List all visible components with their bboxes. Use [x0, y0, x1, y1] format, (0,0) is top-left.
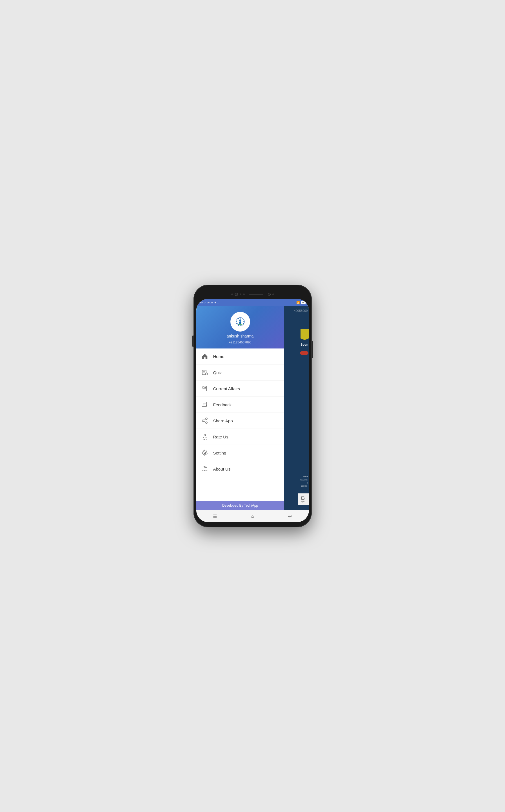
share-icon — [201, 417, 209, 425]
status-bar: 4G G 05:25 ⊕ ... 📶 26 — [196, 299, 309, 306]
nav-items-list: Home ? — [196, 348, 284, 501]
home-icon — [201, 352, 209, 360]
bg-quiz-label: Quiz — [301, 500, 305, 502]
svg-rect-7 — [236, 321, 237, 322]
dot-3 — [243, 294, 245, 295]
svg-text:PERFECT: PERFECT — [239, 325, 242, 325]
main-content: PERFECT ankush sharma +911234567890 — [196, 306, 309, 510]
footer-label: Developed By TechiApp — [222, 503, 258, 507]
svg-rect-1 — [240, 318, 240, 319]
bg-bottom-text: xams SEATS) !! पके द्वार | — [300, 475, 308, 488]
nav-item-share-app[interactable]: Share App — [196, 413, 284, 429]
dot-1 — [231, 294, 233, 295]
dot-4 — [272, 294, 274, 295]
nav-label-about-us: About Us — [213, 467, 231, 471]
svg-line-36 — [204, 421, 206, 422]
nav-label-home: Home — [213, 354, 224, 359]
svg-rect-28 — [202, 402, 206, 407]
svg-rect-22 — [202, 386, 204, 388]
logo-svg: PERFECT — [236, 317, 245, 326]
user-phone: +911234567890 — [229, 341, 251, 344]
battery-badge: 26 — [301, 301, 306, 304]
bg-text-4: पके द्वार | — [300, 485, 308, 488]
nav-label-current-affairs: Current Affairs — [213, 386, 240, 391]
about-icon — [201, 465, 209, 473]
quiz-icon: ? — [201, 368, 209, 376]
time-display: 05:25 — [207, 301, 213, 304]
network-indicator: 4G G — [200, 301, 206, 304]
status-icons: ⊕ ... — [214, 301, 219, 304]
nav-item-about-us[interactable]: About Us — [196, 461, 284, 477]
phone-screen: 4G G 05:25 ⊕ ... 📶 26 — [196, 299, 309, 522]
home-icon: ⌂ — [251, 514, 254, 519]
svg-line-35 — [204, 419, 206, 420]
sidebar-drawer: PERFECT ankush sharma +911234567890 — [196, 306, 284, 510]
phone-top-bar — [196, 290, 309, 299]
bg-red-button — [300, 351, 308, 355]
bg-app-content: 40058009 Soon xams SEATS) !! पके द्वार |… — [284, 306, 309, 510]
svg-point-13 — [239, 320, 241, 322]
front-camera — [234, 293, 238, 296]
bg-text-3: !! — [300, 482, 308, 485]
newspaper-icon — [201, 384, 209, 392]
nav-label-share-app: Share App — [213, 419, 233, 423]
status-left: 4G G 05:25 ⊕ ... — [200, 301, 220, 304]
status-right: 📶 26 — [296, 301, 306, 304]
bg-quiz-button[interactable]: ? Quiz — [298, 493, 309, 505]
nav-item-rate-us[interactable]: ★ ★ ★ Rate Us — [196, 429, 284, 445]
back-button[interactable]: ↩ — [286, 512, 294, 520]
menu-icon: ☰ — [213, 514, 217, 519]
bg-ribbon — [301, 329, 309, 340]
avatar: PERFECT — [230, 312, 250, 332]
rate-icon: ★ ★ ★ — [201, 433, 209, 441]
svg-text:?: ? — [304, 499, 305, 500]
phone-device: 4G G 05:25 ⊕ ... 📶 26 — [193, 285, 312, 527]
user-header: PERFECT ankush sharma +911234567890 — [196, 306, 284, 348]
home-button[interactable]: ⌂ — [248, 512, 256, 520]
svg-point-37 — [204, 434, 206, 436]
bg-number: 40058009 — [294, 309, 308, 312]
selfie-camera — [268, 293, 271, 296]
settings-icon — [201, 449, 209, 457]
back-icon: ↩ — [288, 514, 292, 519]
bottom-nav: ☰ ⌂ ↩ — [196, 510, 309, 522]
svg-text:★ ★ ★: ★ ★ ★ — [202, 438, 207, 440]
wifi-icon: 📶 — [296, 301, 300, 304]
svg-text:?: ? — [206, 373, 206, 375]
svg-rect-6 — [243, 321, 244, 322]
menu-button[interactable]: ☰ — [211, 512, 219, 520]
nav-label-quiz: Quiz — [213, 370, 222, 375]
camera-area — [231, 293, 274, 296]
bg-text-1: xams — [300, 475, 308, 478]
user-name: ankush sharma — [227, 334, 254, 338]
sidebar-footer: Developed By TechiApp — [196, 501, 284, 510]
svg-point-34 — [206, 422, 207, 424]
dot-2 — [240, 294, 241, 295]
svg-point-33 — [202, 420, 204, 422]
bg-text-2: SEATS) — [300, 478, 308, 481]
nav-item-feedback[interactable]: Feedback — [196, 397, 284, 413]
nav-label-setting: Setting — [213, 451, 226, 455]
nav-label-rate-us: Rate Us — [213, 435, 228, 439]
nav-item-setting[interactable]: Setting — [196, 445, 284, 461]
nav-item-home[interactable]: Home — [196, 348, 284, 365]
speaker — [249, 294, 263, 295]
svg-point-39 — [204, 452, 206, 454]
nav-label-feedback: Feedback — [213, 402, 232, 407]
bg-soon-text: Soon — [301, 343, 308, 346]
nav-item-current-affairs[interactable]: Current Affairs — [196, 381, 284, 397]
bg-quiz-icon: ? — [301, 496, 306, 500]
nav-item-quiz[interactable]: ? Quiz — [196, 365, 284, 381]
svg-point-32 — [206, 418, 207, 420]
feedback-icon — [201, 400, 209, 409]
